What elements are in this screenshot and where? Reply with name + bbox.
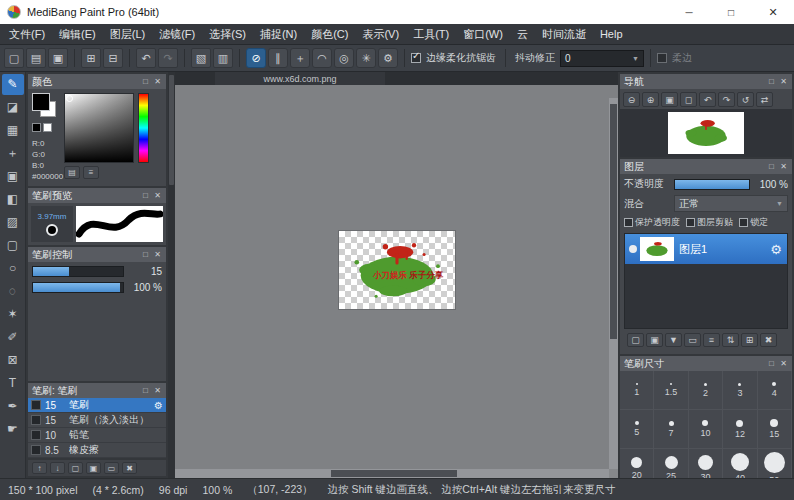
navigator-view[interactable] <box>620 109 792 157</box>
menu-snap[interactable]: 捕捉(N) <box>253 24 304 45</box>
zoom-out-icon[interactable]: ⊖ <box>623 92 640 107</box>
merge-layer-icon[interactable]: ≡ <box>703 333 720 347</box>
blend-mode-dropdown[interactable]: 正常 ▼ <box>674 195 788 212</box>
save-file-icon[interactable]: ▣ <box>48 48 68 68</box>
tool-select-pen[interactable]: ✐ <box>2 327 24 348</box>
delete-brush-icon[interactable]: ✖ <box>122 462 137 474</box>
soft-edge-checkbox[interactable] <box>657 53 667 63</box>
undo-icon[interactable]: ↶ <box>136 48 156 68</box>
close-icon[interactable]: ✕ <box>153 386 162 395</box>
flip-view-icon[interactable]: ⇄ <box>756 92 773 107</box>
transparent-color-chip[interactable] <box>43 123 52 132</box>
transfer-layer-icon[interactable]: ⇅ <box>722 333 739 347</box>
foreground-color-swatch[interactable] <box>32 93 50 111</box>
brush-size-option[interactable]: 1 <box>620 371 654 410</box>
brush-size-option[interactable]: 7 <box>654 410 688 449</box>
brush-size-option[interactable]: 5 <box>620 410 654 449</box>
zoom-in-icon[interactable]: ⊕ <box>642 92 659 107</box>
brush-size-slider[interactable] <box>32 266 124 277</box>
snap-radial-icon[interactable]: ✳ <box>356 48 376 68</box>
popout-icon[interactable]: □ <box>141 191 150 200</box>
tool-hand[interactable]: ☛ <box>2 419 24 440</box>
popout-icon[interactable]: □ <box>141 386 150 395</box>
snap-concentric-icon[interactable]: ◎ <box>334 48 354 68</box>
brush-size-option[interactable]: 4 <box>758 371 792 410</box>
snap-cross-icon[interactable]: ＋ <box>290 48 310 68</box>
close-button[interactable]: ✕ <box>752 0 794 24</box>
canvas-document[interactable]: 小刀娱乐 乐子分享 <box>339 231 455 309</box>
layer-visibility-toggle[interactable] <box>625 245 640 253</box>
swap-color-chip[interactable] <box>32 123 41 132</box>
menu-view[interactable]: 表示(V) <box>355 24 406 45</box>
add-brush-icon[interactable]: ▢ <box>68 462 83 474</box>
lock-checkbox[interactable] <box>739 218 748 227</box>
close-icon[interactable]: ✕ <box>153 77 162 86</box>
actual-size-icon[interactable]: ◻ <box>680 92 697 107</box>
brush-item[interactable]: 8.5 橡皮擦 <box>28 443 166 458</box>
brush-opacity-slider[interactable] <box>32 282 124 293</box>
brush-size-option[interactable]: 12 <box>723 410 757 449</box>
brush-size-option[interactable]: 15 <box>758 410 792 449</box>
tool-dot-pen[interactable]: ▦ <box>2 120 24 141</box>
color-cursor[interactable] <box>66 95 73 102</box>
menu-tool[interactable]: 工具(T) <box>406 24 456 45</box>
brush-item[interactable]: 10 铅笔 <box>28 428 166 443</box>
menu-cloud[interactable]: 云 <box>510 24 535 45</box>
duplicate-layer-icon[interactable]: ▣ <box>646 333 663 347</box>
tool-eraser[interactable]: ◪ <box>2 97 24 118</box>
menu-window[interactable]: 窗口(W) <box>456 24 510 45</box>
tool-fill[interactable]: ▣ <box>2 166 24 187</box>
popout-icon[interactable]: □ <box>141 77 150 86</box>
brush-size-option[interactable]: 3 <box>723 371 757 410</box>
layer-settings-gear-icon[interactable]: ⚙ <box>770 242 782 257</box>
tool-magic-wand[interactable]: ✶ <box>2 304 24 325</box>
add-folder-icon[interactable]: ▭ <box>684 333 701 347</box>
combine-layer-icon[interactable]: ⊞ <box>741 333 758 347</box>
popout-icon[interactable]: □ <box>767 162 776 171</box>
snap-curve-icon[interactable]: ◠ <box>312 48 332 68</box>
protect-alpha-checkbox[interactable] <box>624 218 633 227</box>
popout-icon[interactable]: □ <box>141 250 150 259</box>
gear-icon[interactable]: ⚙ <box>154 400 163 411</box>
popout-icon[interactable]: □ <box>767 359 776 368</box>
brush-size-option[interactable]: 1.5 <box>654 371 688 410</box>
slider-mode-icon[interactable]: ≡ <box>83 166 99 179</box>
layer-menu-icon[interactable]: ▼ <box>665 333 682 347</box>
saturation-value-picker[interactable] <box>64 93 134 163</box>
tool-eyedropper[interactable]: ✒ <box>2 396 24 417</box>
fg-bg-swatches[interactable] <box>32 93 58 119</box>
menu-timelapse[interactable]: 时间流逝 <box>535 24 593 45</box>
layer-opacity-slider[interactable] <box>674 179 750 190</box>
menu-filter[interactable]: 滤镜(F) <box>152 24 202 45</box>
add-layer-icon[interactable]: ▢ <box>627 333 644 347</box>
left-panel-scrollbar[interactable] <box>168 72 175 478</box>
menu-color[interactable]: 颜色(C) <box>304 24 355 45</box>
tool-lasso[interactable]: ◌ <box>2 281 24 302</box>
palette-mode-icon[interactable]: ▤ <box>64 166 80 179</box>
popout-icon[interactable]: □ <box>767 77 776 86</box>
brush-size-option[interactable]: 2 <box>689 371 723 410</box>
menu-layer[interactable]: 图层(L) <box>103 24 152 45</box>
rotate-left-icon[interactable]: ↶ <box>699 92 716 107</box>
menu-select[interactable]: 选择(S) <box>202 24 253 45</box>
tool-select-ellipse[interactable]: ○ <box>2 258 24 279</box>
menu-edit[interactable]: 编辑(E) <box>52 24 103 45</box>
reset-view-icon[interactable]: ↺ <box>737 92 754 107</box>
tool-bucket[interactable]: ◧ <box>2 189 24 210</box>
tool-select-eraser[interactable]: ⊠ <box>2 350 24 371</box>
layer-row-selected[interactable]: 图层1 ⚙ <box>625 234 787 264</box>
canvas-vertical-scrollbar[interactable] <box>609 98 618 469</box>
tool-move[interactable]: ＋ <box>2 143 24 164</box>
document-tab[interactable]: www.x6d.com.png <box>215 72 385 85</box>
menu-help[interactable]: Help <box>593 24 630 45</box>
close-icon[interactable]: ✕ <box>779 359 788 368</box>
brush-item-selected[interactable]: 15 笔刷 ⚙ <box>28 398 166 413</box>
snap-settings-icon[interactable]: ⚙ <box>378 48 398 68</box>
brush-move-up-icon[interactable]: ↑ <box>32 462 47 474</box>
close-icon[interactable]: ✕ <box>153 191 162 200</box>
brush-size-option[interactable]: 10 <box>689 410 723 449</box>
close-icon[interactable]: ✕ <box>779 162 788 171</box>
select-all-icon[interactable]: ▧ <box>191 48 211 68</box>
brush-folder-icon[interactable]: ▭ <box>104 462 119 474</box>
tool-select-rect[interactable]: ▢ <box>2 235 24 256</box>
